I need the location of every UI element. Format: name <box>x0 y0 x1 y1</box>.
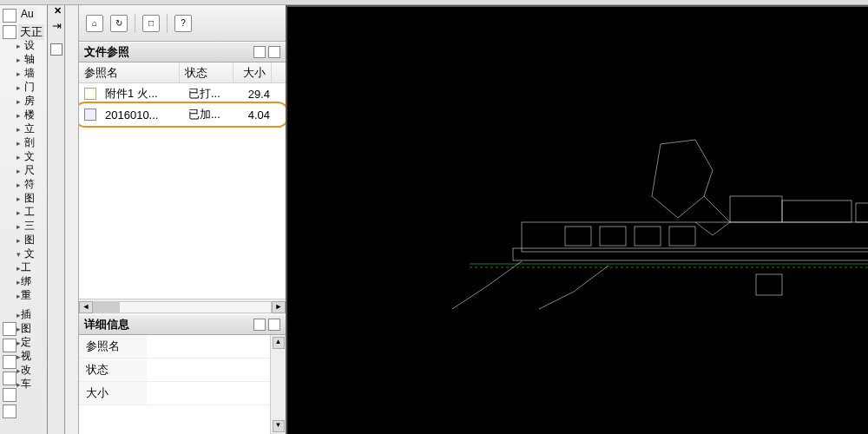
preview-icon[interactable] <box>268 319 280 331</box>
file-refs-title: 文件参照 <box>84 44 129 60</box>
sidebar-item[interactable]: 符 <box>19 177 47 191</box>
sidebar-item[interactable]: 改 <box>19 363 47 377</box>
tree-view-icon[interactable] <box>268 46 280 58</box>
sidebar-item[interactable]: 文 <box>19 149 47 163</box>
floor-plan-drawing <box>435 135 868 335</box>
svg-rect-11 <box>635 227 661 246</box>
refresh-button[interactable]: ↻ <box>110 15 128 32</box>
sidebar-item[interactable]: 车 <box>19 377 47 391</box>
sidebar-item[interactable]: 绑 <box>19 274 47 288</box>
dwg-file-icon <box>84 88 96 100</box>
scroll-track[interactable] <box>93 301 272 313</box>
svg-rect-5 <box>782 201 852 222</box>
detail-key: 大小 <box>79 382 147 404</box>
cell-size: 4.04 <box>237 107 275 123</box>
detail-row: 状态 <box>79 358 270 382</box>
svg-rect-10 <box>600 227 626 246</box>
sidebar-item[interactable]: 工 <box>19 260 47 274</box>
detail-key: 参照名 <box>79 335 147 358</box>
scroll-thumb[interactable] <box>94 302 120 312</box>
scroll-down-icon[interactable]: ▼ <box>273 420 285 432</box>
sidebar-item[interactable]: 图 <box>19 233 47 247</box>
col-status[interactable]: 状态 <box>180 62 233 82</box>
sidebar-item[interactable]: 文 <box>19 247 47 260</box>
detail-key: 状态 <box>79 358 147 381</box>
svg-rect-4 <box>730 196 782 222</box>
sidebar-item[interactable]: 重 <box>19 288 47 302</box>
palette-toolbar: ⌂ ↻ □ ? <box>79 5 286 42</box>
sidebar-item[interactable]: 剖 <box>19 135 47 149</box>
tool-icon[interactable] <box>3 372 16 385</box>
sidebar-item[interactable]: 房 <box>19 94 47 108</box>
close-icon[interactable]: ✕ <box>54 5 62 16</box>
decor-icon <box>3 9 16 23</box>
tool-icon[interactable] <box>50 43 62 56</box>
col-name[interactable]: 参照名 <box>79 62 180 82</box>
sidebar-item[interactable]: 图 <box>19 191 47 205</box>
svg-rect-1 <box>513 248 868 260</box>
sidebar-item[interactable]: 墙 <box>19 66 47 80</box>
sidebar-item[interactable]: 视 <box>19 349 47 363</box>
detail-value <box>147 335 270 358</box>
canvas-top-chrome <box>287 5 868 7</box>
scroll-left-icon[interactable]: ◄ <box>79 301 93 313</box>
sidebar-item[interactable]: 图 <box>19 321 47 335</box>
table-row[interactable]: 附件1 火... 已打... 29.4 <box>79 83 286 104</box>
sidebar-item[interactable]: 插 <box>19 307 47 321</box>
attach-dwg-button[interactable]: ⌂ <box>86 15 103 32</box>
svg-rect-9 <box>565 227 591 246</box>
table-row[interactable]: 2016010... 已加... 4.04 <box>79 104 286 125</box>
tool-button[interactable]: □ <box>142 15 160 32</box>
detail-value <box>147 382 270 404</box>
vertical-scrollbar[interactable]: ▲ ▼ <box>270 335 286 434</box>
decor-icon <box>3 25 16 39</box>
sidebar-item[interactable]: 工 <box>19 205 47 219</box>
sidebar-item[interactable]: 三 <box>19 219 47 233</box>
sidebar-item[interactable]: 楼 <box>19 108 47 122</box>
list-view-icon[interactable] <box>253 46 266 58</box>
detail-row: 大小 <box>79 382 270 405</box>
detail-row: 参照名 <box>79 335 270 358</box>
svg-rect-6 <box>856 203 868 222</box>
help-button[interactable]: ? <box>174 15 192 32</box>
separator <box>135 14 135 33</box>
details-header: 详细信息 <box>79 314 286 335</box>
table-header: 参照名 状态 大小 <box>79 62 286 83</box>
cell-name: 2016010... <box>100 107 183 123</box>
scroll-right-icon[interactable]: ► <box>272 301 286 313</box>
details-pane: 参照名 状态 大小 ▲ ▼ <box>79 335 286 434</box>
sidebar-item[interactable]: 轴 <box>19 52 47 66</box>
left-label-column: 设 轴 墙 门 房 楼 立 剖 文 尺 符 图 工 三 图 文 工 绑 重 插 … <box>19 5 47 434</box>
cell-name: 附件1 火... <box>100 84 183 103</box>
tool-icon[interactable] <box>3 339 16 352</box>
detail-view-icon[interactable] <box>253 319 266 331</box>
horizontal-scrollbar[interactable]: ◄ ► <box>79 299 286 314</box>
file-refs-table: 参照名 状态 大小 附件1 火... 已打... 29.4 2016010...… <box>79 62 286 314</box>
model-space-canvas[interactable] <box>287 5 868 434</box>
pin-icon[interactable]: ⇥ <box>52 19 62 32</box>
app-title-fragment: Au <box>19 8 36 20</box>
sidebar-item[interactable]: 尺 <box>19 163 47 177</box>
scroll-up-icon[interactable]: ▲ <box>273 337 285 349</box>
tool-icon[interactable] <box>3 404 16 418</box>
secondary-icon-strip <box>48 5 65 434</box>
file-refs-header: 文件参照 <box>79 42 286 62</box>
tool-icon[interactable] <box>3 355 16 369</box>
detail-value <box>147 358 270 381</box>
dwg-file-icon <box>84 108 96 121</box>
vertical-gutter: 鼦参照 <box>65 5 79 434</box>
external-references-palette: ⌂ ↻ □ ? 文件参照 参照名 状态 大小 附件1 火... 已打... <box>79 5 287 434</box>
cell-size: 29.4 <box>237 86 275 102</box>
svg-rect-14 <box>756 274 782 295</box>
sidebar-item[interactable]: 设 <box>19 38 47 52</box>
sidebar-item[interactable]: 门 <box>19 80 47 94</box>
svg-rect-12 <box>669 227 695 246</box>
cell-status: 已打... <box>183 84 237 103</box>
sidebar-item[interactable]: 定 <box>19 335 47 349</box>
col-size[interactable]: 大小 <box>233 62 272 82</box>
sidebar-item[interactable]: 立 <box>19 122 47 135</box>
separator <box>167 14 168 33</box>
details-title: 详细信息 <box>84 317 129 332</box>
tool-icon[interactable] <box>3 322 16 336</box>
tool-icon[interactable] <box>3 388 16 402</box>
